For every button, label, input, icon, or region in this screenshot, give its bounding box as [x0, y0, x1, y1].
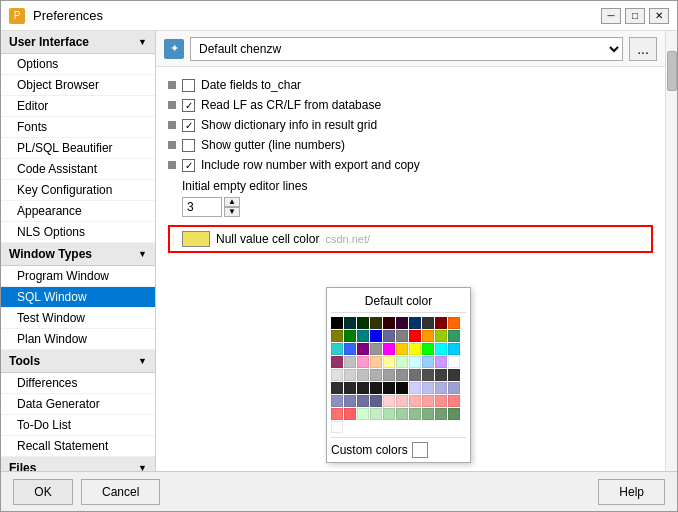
color-cell-49[interactable]	[448, 369, 460, 381]
color-cell-29[interactable]	[448, 343, 460, 355]
color-cell-72[interactable]	[357, 408, 369, 420]
sidebar-item-nls-options[interactable]: NLS Options	[1, 222, 155, 243]
color-cell-55[interactable]	[396, 382, 408, 394]
spin-down[interactable]: ▼	[224, 207, 240, 217]
color-cell-56[interactable]	[409, 382, 421, 394]
color-cell-77[interactable]	[422, 408, 434, 420]
color-cell-11[interactable]	[344, 330, 356, 342]
editor-lines-input[interactable]	[182, 197, 222, 217]
color-cell-21[interactable]	[344, 343, 356, 355]
color-cell-76[interactable]	[409, 408, 421, 420]
sidebar-section-2[interactable]: Tools▼	[1, 350, 155, 373]
option-checkbox-read_lf[interactable]	[182, 99, 195, 112]
option-checkbox-show_dict[interactable]	[182, 119, 195, 132]
color-cell-16[interactable]	[409, 330, 421, 342]
color-cell-31[interactable]	[344, 356, 356, 368]
color-cell-0[interactable]	[331, 317, 343, 329]
color-cell-25[interactable]	[396, 343, 408, 355]
color-cell-36[interactable]	[409, 356, 421, 368]
color-cell-78[interactable]	[435, 408, 447, 420]
color-cell-68[interactable]	[435, 395, 447, 407]
color-cell-50[interactable]	[331, 382, 343, 394]
spin-up[interactable]: ▲	[224, 197, 240, 207]
color-cell-10[interactable]	[331, 330, 343, 342]
color-cell-53[interactable]	[370, 382, 382, 394]
null-color-swatch[interactable]	[182, 231, 210, 247]
color-cell-38[interactable]	[435, 356, 447, 368]
sidebar-item-data-generator[interactable]: Data Generator	[1, 394, 155, 415]
color-cell-17[interactable]	[422, 330, 434, 342]
close-button[interactable]: ✕	[649, 8, 669, 24]
ok-button[interactable]: OK	[13, 479, 73, 505]
color-cell-65[interactable]	[396, 395, 408, 407]
color-cell-64[interactable]	[383, 395, 395, 407]
profile-select[interactable]: Default chenzw	[190, 37, 623, 61]
sidebar-item-editor[interactable]: Editor	[1, 96, 155, 117]
color-cell-47[interactable]	[422, 369, 434, 381]
sidebar-item-pl/sql-beautifier[interactable]: PL/SQL Beautifier	[1, 138, 155, 159]
scrollbar[interactable]	[665, 31, 677, 471]
color-cell-22[interactable]	[357, 343, 369, 355]
color-cell-8[interactable]	[435, 317, 447, 329]
color-cell-19[interactable]	[448, 330, 460, 342]
color-cell-57[interactable]	[422, 382, 434, 394]
help-button[interactable]: Help	[598, 479, 665, 505]
color-cell-71[interactable]	[344, 408, 356, 420]
sidebar-item-test-window[interactable]: Test Window	[1, 308, 155, 329]
color-cell-46[interactable]	[409, 369, 421, 381]
sidebar-item-appearance[interactable]: Appearance	[1, 201, 155, 222]
color-cell-1[interactable]	[344, 317, 356, 329]
sidebar-section-1[interactable]: Window Types▼	[1, 243, 155, 266]
option-checkbox-show_gutter[interactable]	[182, 139, 195, 152]
cancel-button[interactable]: Cancel	[81, 479, 160, 505]
minimize-button[interactable]: ─	[601, 8, 621, 24]
color-cell-23[interactable]	[370, 343, 382, 355]
color-cell-42[interactable]	[357, 369, 369, 381]
color-cell-48[interactable]	[435, 369, 447, 381]
color-cell-39[interactable]	[448, 356, 460, 368]
color-cell-26[interactable]	[409, 343, 421, 355]
color-cell-63[interactable]	[370, 395, 382, 407]
sidebar-item-options[interactable]: Options	[1, 54, 155, 75]
color-cell-9[interactable]	[448, 317, 460, 329]
sidebar-item-sql-window[interactable]: SQL Window	[1, 287, 155, 308]
color-cell-33[interactable]	[370, 356, 382, 368]
color-cell-12[interactable]	[357, 330, 369, 342]
sidebar-item-code-assistant[interactable]: Code Assistant	[1, 159, 155, 180]
color-cell-empty[interactable]	[331, 421, 343, 433]
color-cell-34[interactable]	[383, 356, 395, 368]
sidebar-item-key-configuration[interactable]: Key Configuration	[1, 180, 155, 201]
profile-more-button[interactable]: ...	[629, 37, 657, 61]
color-cell-18[interactable]	[435, 330, 447, 342]
color-cell-37[interactable]	[422, 356, 434, 368]
color-cell-60[interactable]	[331, 395, 343, 407]
null-color-row[interactable]: Null value cell color csdn.net/	[168, 225, 653, 253]
sidebar-item-plan-window[interactable]: Plan Window	[1, 329, 155, 350]
color-cell-24[interactable]	[383, 343, 395, 355]
color-cell-7[interactable]	[422, 317, 434, 329]
color-cell-20[interactable]	[331, 343, 343, 355]
color-cell-74[interactable]	[383, 408, 395, 420]
sidebar-item-fonts[interactable]: Fonts	[1, 117, 155, 138]
option-checkbox-include_row[interactable]	[182, 159, 195, 172]
color-cell-45[interactable]	[396, 369, 408, 381]
sidebar-item-recall-statement[interactable]: Recall Statement	[1, 436, 155, 457]
color-cell-59[interactable]	[448, 382, 460, 394]
color-cell-62[interactable]	[357, 395, 369, 407]
color-cell-6[interactable]	[409, 317, 421, 329]
custom-color-box[interactable]	[412, 442, 428, 458]
color-cell-67[interactable]	[422, 395, 434, 407]
color-cell-28[interactable]	[435, 343, 447, 355]
color-cell-32[interactable]	[357, 356, 369, 368]
color-cell-51[interactable]	[344, 382, 356, 394]
color-cell-15[interactable]	[396, 330, 408, 342]
color-cell-70[interactable]	[331, 408, 343, 420]
color-cell-3[interactable]	[370, 317, 382, 329]
sidebar-item-object-browser[interactable]: Object Browser	[1, 75, 155, 96]
sidebar-item-program-window[interactable]: Program Window	[1, 266, 155, 287]
color-cell-41[interactable]	[344, 369, 356, 381]
color-cell-35[interactable]	[396, 356, 408, 368]
sidebar-section-0[interactable]: User Interface▼	[1, 31, 155, 54]
color-cell-30[interactable]	[331, 356, 343, 368]
color-cell-2[interactable]	[357, 317, 369, 329]
